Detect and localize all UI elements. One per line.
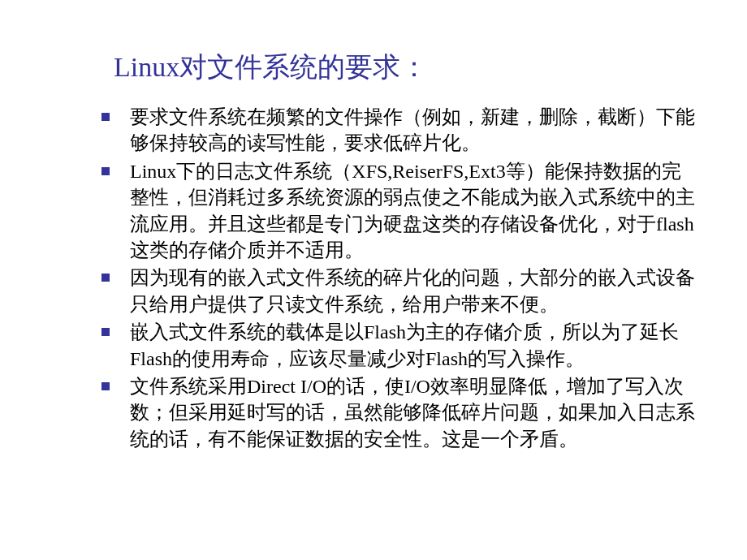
bullet-text: Linux下的日志文件系统（XFS,ReiserFS,Ext3等）能保持数据的完… (130, 161, 695, 261)
bullet-marker-icon (101, 382, 110, 390)
bullet-list: 要求文件系统在频繁的文件操作（例如，新建，删除，截断）下能够保持较高的读写性能，… (49, 104, 698, 452)
bullet-marker-icon (101, 328, 110, 336)
bullet-text: 文件系统采用Direct I/O的话，使I/O效率明显降低，增加了写入次数；但采… (130, 376, 695, 450)
bullet-item: 因为现有的嵌入式文件系统的碎片化的问题，大部分的嵌入式设备只给用户提供了只读文件… (101, 265, 698, 317)
bullet-marker-icon (101, 274, 110, 282)
bullet-text: 嵌入式文件系统的载体是以Flash为主的存储介质，所以为了延长Flash的使用寿… (130, 321, 679, 368)
bullet-item: 文件系统采用Direct I/O的话，使I/O效率明显降低，增加了写入次数；但采… (101, 373, 698, 452)
bullet-text: 要求文件系统在频繁的文件操作（例如，新建，删除，截断）下能够保持较高的读写性能，… (130, 106, 695, 153)
slide-title: Linux对文件系统的要求： (114, 49, 698, 86)
bullet-item: Linux下的日志文件系统（XFS,ReiserFS,Ext3等）能保持数据的完… (101, 158, 698, 264)
bullet-item: 要求文件系统在频繁的文件操作（例如，新建，删除，截断）下能够保持较高的读写性能，… (101, 104, 698, 157)
bullet-text: 因为现有的嵌入式文件系统的碎片化的问题，大部分的嵌入式设备只给用户提供了只读文件… (130, 267, 695, 314)
bullet-marker-icon (101, 167, 110, 175)
bullet-item: 嵌入式文件系统的载体是以Flash为主的存储介质，所以为了延长Flash的使用寿… (101, 319, 698, 372)
slide-container: Linux对文件系统的要求： 要求文件系统在频繁的文件操作（例如，新建，删除，截… (0, 0, 747, 560)
bullet-marker-icon (101, 113, 110, 121)
